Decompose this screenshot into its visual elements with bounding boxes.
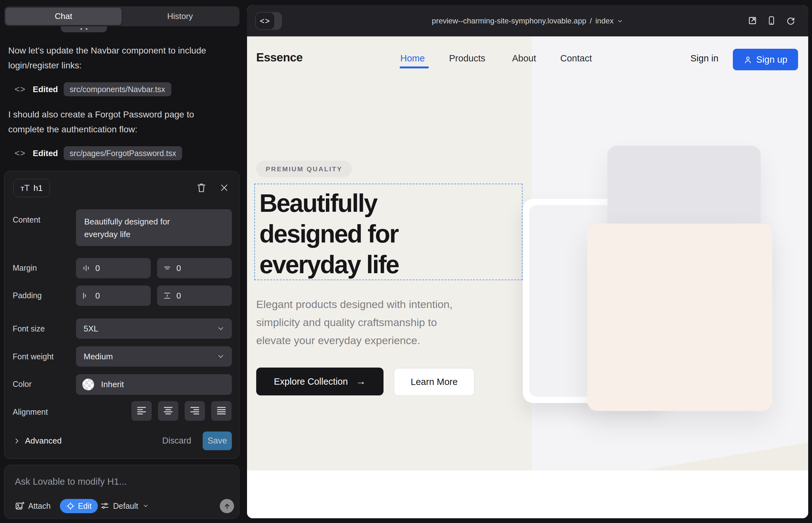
margin-label: Margin — [13, 264, 37, 273]
url-separator: / — [590, 16, 592, 25]
url-domain: preview--charming-site-symphony.lovable.… — [432, 16, 586, 25]
edited-label: Edited — [33, 148, 58, 158]
hero-badge: PREMIUM QUALITY — [256, 161, 352, 177]
align-center-icon — [163, 406, 174, 416]
advanced-toggle[interactable]: Advanced — [13, 432, 62, 450]
padding-label: Padding — [13, 291, 42, 300]
url-bar[interactable]: preview--charming-site-symphony.lovable.… — [247, 5, 808, 36]
element-tag-label: h1 — [34, 183, 43, 193]
prompt-input[interactable] — [15, 474, 224, 488]
preview-window: <> preview--charming-site-symphony.lovab… — [247, 5, 808, 518]
refresh-button[interactable] — [785, 16, 796, 26]
align-left-button[interactable] — [131, 401, 152, 421]
sign-up-button[interactable]: Sign up — [733, 49, 798, 70]
align-center-button[interactable] — [158, 401, 178, 421]
align-right-icon — [189, 406, 200, 416]
code-icon: <> — [15, 85, 26, 94]
font-size-label: Font size — [13, 324, 45, 333]
font-weight-select[interactable]: Medium — [76, 346, 232, 366]
align-justify-button[interactable] — [211, 401, 231, 421]
sign-in-link[interactable]: Sign in — [690, 53, 719, 64]
nav-link-home[interactable]: Home — [400, 53, 425, 64]
margin-vertical-icon — [163, 264, 172, 273]
content-label: Content — [13, 215, 40, 224]
chevron-down-icon — [217, 353, 225, 361]
margin-horizontal-icon — [82, 264, 91, 273]
chat-message: Now let's update the Navbar component to… — [8, 43, 220, 73]
app: Chat History Now let's update the Navbar… — [0, 0, 812, 523]
attach-image-icon — [15, 501, 24, 511]
alignment-label: Alignment — [13, 408, 48, 417]
padding-y-input[interactable]: 0 — [157, 286, 232, 306]
mobile-icon — [767, 16, 776, 25]
user-icon — [744, 55, 752, 64]
arrow-up-icon — [223, 502, 231, 510]
nav-link-contact[interactable]: Contact — [560, 53, 592, 64]
model-mode-select[interactable]: Default — [100, 499, 149, 513]
open-external-icon — [748, 16, 757, 25]
delete-element-button[interactable] — [194, 181, 209, 195]
sliders-icon — [100, 502, 109, 510]
margin-x-input[interactable]: 0 — [76, 258, 151, 278]
nav-link-about[interactable]: About — [512, 53, 536, 64]
chat-history-tabs: Chat History — [4, 6, 240, 26]
type-icon: TT — [21, 183, 30, 193]
arrow-right-icon: → — [356, 376, 366, 387]
hero-paragraph: Elegant products designed with intention… — [256, 295, 453, 349]
edit-mode-button[interactable]: Edit — [60, 499, 98, 513]
url-path: index — [595, 16, 614, 25]
tab-chat[interactable]: Chat — [5, 7, 122, 25]
file-chip[interactable]: src/pages/ForgotPassword.tsx — [64, 146, 182, 160]
color-swatch — [82, 379, 94, 390]
font-weight-label: Font weight — [13, 352, 54, 361]
send-button[interactable] — [220, 499, 234, 513]
chevron-down-icon — [142, 503, 149, 509]
chrome-actions — [747, 16, 796, 26]
dot — [86, 28, 87, 30]
mobile-view-button[interactable] — [766, 16, 777, 26]
align-left-icon — [136, 406, 147, 416]
open-external-button[interactable] — [747, 16, 758, 26]
content-input[interactable]: Beautifully designed for everyday life — [76, 209, 232, 246]
edited-label: Edited — [33, 85, 58, 94]
close-icon — [220, 184, 228, 192]
code-icon: <> — [15, 148, 26, 158]
element-editor-panel: TT h1 Content Beautifully designed for e… — [4, 171, 240, 459]
padding-x-input[interactable]: 0 — [76, 286, 151, 306]
nav-link-products[interactable]: Products — [449, 53, 485, 64]
explore-collection-button[interactable]: Explore Collection → — [256, 367, 384, 395]
file-chip[interactable]: src/components/Navbar.tsx — [64, 82, 171, 96]
edited-file-row: <> Edited src/components/Navbar.tsx — [15, 82, 171, 96]
padding-horizontal-icon — [82, 291, 91, 300]
trash-icon — [197, 183, 206, 193]
save-button[interactable]: Save — [203, 432, 232, 450]
dot — [81, 28, 82, 30]
chevron-down-icon — [217, 325, 225, 333]
padding-vertical-icon — [163, 291, 172, 300]
target-icon — [66, 502, 75, 510]
decorative-card-beige — [587, 223, 772, 411]
color-select[interactable]: Inherit — [76, 374, 232, 395]
active-nav-underline — [400, 67, 429, 68]
refresh-icon — [786, 16, 795, 25]
hero-heading[interactable]: Beautifully designed for everyday life — [259, 188, 399, 280]
tab-history[interactable]: History — [122, 7, 238, 25]
browser-chrome: <> preview--charming-site-symphony.lovab… — [247, 5, 808, 36]
chat-message: I should also create a Forgot Password p… — [8, 107, 220, 137]
close-editor-button[interactable] — [217, 181, 232, 195]
site-logo[interactable]: Essence — [256, 51, 303, 64]
discard-button[interactable]: Discard — [158, 432, 195, 450]
site-preview: Essence Home Products About Contact Sign… — [247, 36, 808, 518]
margin-y-input[interactable]: 0 — [157, 258, 232, 278]
element-tag-chip[interactable]: TT h1 — [13, 179, 50, 197]
attach-button[interactable]: Attach — [15, 499, 51, 513]
align-justify-icon — [216, 406, 227, 416]
color-label: Color — [13, 380, 32, 389]
align-right-button[interactable] — [184, 401, 205, 421]
font-size-select[interactable]: 5XL — [76, 319, 232, 339]
chevron-down-icon — [617, 18, 623, 24]
edited-file-row: <> Edited src/pages/ForgotPassword.tsx — [15, 146, 182, 160]
chevron-right-icon — [13, 437, 20, 445]
learn-more-button[interactable]: Learn More — [394, 368, 475, 396]
chat-composer: Attach Edit Default — [4, 465, 240, 519]
